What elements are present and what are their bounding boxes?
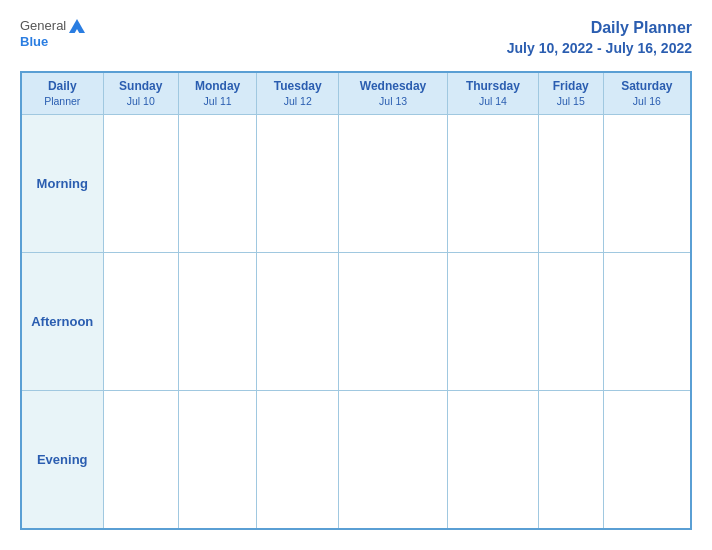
cell-0-6[interactable] [603, 115, 691, 253]
date-range: July 10, 2022 - July 16, 2022 [507, 39, 692, 57]
header: General Blue Daily Planner July 10, 2022… [20, 18, 692, 57]
day-name-3: Wednesday [343, 79, 443, 95]
row-label-2: Evening [21, 391, 103, 529]
cell-1-2[interactable] [257, 253, 339, 391]
header-day-1: MondayJul 11 [178, 72, 256, 115]
cell-1-1[interactable] [178, 253, 256, 391]
header-day-5: FridayJul 15 [538, 72, 603, 115]
cell-0-2[interactable] [257, 115, 339, 253]
logo-area: General Blue [20, 18, 85, 49]
header-day-6: SaturdayJul 16 [603, 72, 691, 115]
day-name-4: Thursday [452, 79, 534, 95]
day-name-2: Tuesday [261, 79, 334, 95]
cell-1-4[interactable] [447, 253, 538, 391]
header-day-2: TuesdayJul 12 [257, 72, 339, 115]
header-planner-line2: Planner [26, 95, 99, 109]
cell-2-1[interactable] [178, 391, 256, 529]
calendar-table: Daily Planner SundayJul 10MondayJul 11Tu… [20, 71, 692, 530]
cell-0-3[interactable] [339, 115, 448, 253]
header-day-4: ThursdayJul 14 [447, 72, 538, 115]
calendar-row-1: Afternoon [21, 253, 691, 391]
day-date-0: Jul 10 [108, 95, 174, 109]
cell-1-0[interactable] [103, 253, 178, 391]
header-planner-cell: Daily Planner [21, 72, 103, 115]
title-area: Daily Planner July 10, 2022 - July 16, 2… [507, 18, 692, 57]
cell-2-4[interactable] [447, 391, 538, 529]
cell-2-0[interactable] [103, 391, 178, 529]
day-name-0: Sunday [108, 79, 174, 95]
day-date-1: Jul 11 [183, 95, 252, 109]
cell-0-5[interactable] [538, 115, 603, 253]
day-date-3: Jul 13 [343, 95, 443, 109]
row-label-0: Morning [21, 115, 103, 253]
logo-triangle-icon [69, 19, 85, 33]
page: General Blue Daily Planner July 10, 2022… [0, 0, 712, 550]
header-day-3: WednesdayJul 13 [339, 72, 448, 115]
logo-blue: Blue [20, 34, 48, 50]
day-date-6: Jul 16 [608, 95, 686, 109]
cell-2-2[interactable] [257, 391, 339, 529]
logo-row: General [20, 18, 85, 34]
calendar-header-row: Daily Planner SundayJul 10MondayJul 11Tu… [21, 72, 691, 115]
cell-2-5[interactable] [538, 391, 603, 529]
cell-2-6[interactable] [603, 391, 691, 529]
row-label-1: Afternoon [21, 253, 103, 391]
day-date-2: Jul 12 [261, 95, 334, 109]
cell-0-0[interactable] [103, 115, 178, 253]
header-day-0: SundayJul 10 [103, 72, 178, 115]
day-name-5: Friday [543, 79, 599, 95]
logo-general: General [20, 18, 66, 34]
calendar-row-0: Morning [21, 115, 691, 253]
day-date-4: Jul 14 [452, 95, 534, 109]
day-date-5: Jul 15 [543, 95, 599, 109]
cell-0-1[interactable] [178, 115, 256, 253]
cell-1-6[interactable] [603, 253, 691, 391]
day-name-6: Saturday [608, 79, 686, 95]
header-planner-line1: Daily [26, 79, 99, 95]
cell-0-4[interactable] [447, 115, 538, 253]
page-title: Daily Planner [507, 18, 692, 39]
day-name-1: Monday [183, 79, 252, 95]
cell-1-3[interactable] [339, 253, 448, 391]
cell-2-3[interactable] [339, 391, 448, 529]
calendar-row-2: Evening [21, 391, 691, 529]
cell-1-5[interactable] [538, 253, 603, 391]
logo-triangle-inner [73, 29, 81, 36]
